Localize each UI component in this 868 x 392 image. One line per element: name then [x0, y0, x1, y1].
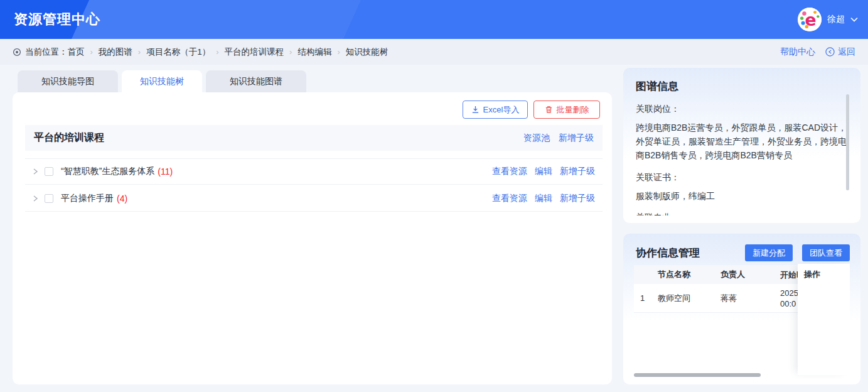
graph-info-title: 图谱信息 — [636, 79, 848, 94]
excel-import-button[interactable]: Excel导入 — [463, 101, 528, 119]
help-center-link[interactable]: 帮助中心 — [780, 46, 815, 58]
resource-management-page: 资源管理中心 e 徐超 — [0, 0, 868, 392]
node-count: (4) — [117, 193, 127, 204]
header-light-stripe — [0, 0, 868, 39]
breadcrumb: 当前位置： 首页 › 我的图谱 › 项目名称（于1） › 平台的培训课程 › 结… — [0, 39, 868, 65]
skill-tree-panel: Excel导入 批量删除 平台的培训课程 资源池 新增子级 “智慧职教”生态服务… — [13, 92, 612, 384]
breadcrumb-separator: › — [216, 47, 218, 57]
tree-row: “智慧职教”生态服务体系 (11) 查看资源 编辑 新增子级 — [25, 158, 603, 185]
tree-title: 平台的培训课程 — [34, 131, 104, 144]
view-resource-link[interactable]: 查看资源 — [492, 166, 527, 177]
related-posts-text: 跨境电商B2B运营专员，外贸跟单员，服装CAD设计，外贸单证员，服装智造生产管理… — [636, 121, 848, 162]
view-resource-link[interactable]: 查看资源 — [492, 193, 527, 204]
breadcrumb-separator: › — [337, 47, 340, 57]
graph-info-panel: 图谱信息 关联岗位： 跨境电商B2B运营专员，外贸跟单员，服装CAD设计，外贸单… — [623, 68, 860, 223]
related-certs-text: 服装制版师，纬编工 — [636, 189, 848, 203]
breadcrumb-item-project[interactable]: 项目名称（于1） — [146, 46, 210, 58]
row-checkbox[interactable] — [45, 194, 53, 203]
team-view-button[interactable]: 团队查看 — [802, 244, 850, 261]
tab-skill-mindmap[interactable]: 知识技能导图 — [18, 70, 118, 92]
node-name: “智慧职教”生态服务体系 — [61, 166, 154, 177]
trash-icon — [545, 106, 553, 114]
back-arrow-icon — [825, 47, 835, 57]
add-child-link[interactable]: 新增子级 — [560, 193, 595, 204]
location-icon — [13, 48, 21, 57]
breadcrumb-item-course[interactable]: 平台的培训课程 — [225, 46, 284, 58]
download-icon — [471, 106, 480, 114]
collaboration-panel: 协作信息管理 新建分配 团队查看 节点名称 负责人 开始时间 1 教师空间 蒋蒋… — [623, 234, 860, 384]
breadcrumb-item-structure-edit[interactable]: 结构编辑 — [297, 46, 331, 58]
breadcrumb-item-home[interactable]: 首页 — [68, 46, 85, 58]
edit-link[interactable]: 编辑 — [535, 166, 552, 177]
breadcrumb-item-skill-tree: 知识技能树 — [346, 46, 388, 58]
edit-link[interactable]: 编辑 — [535, 193, 552, 204]
owner-column-header: 负责人 — [721, 269, 780, 280]
batch-delete-label: 批量删除 — [557, 104, 589, 116]
node-count: (11) — [158, 166, 173, 177]
action-column-header: 操作 — [798, 264, 850, 284]
vertical-scrollbar[interactable] — [846, 94, 849, 190]
collaboration-title: 协作信息管理 — [636, 246, 700, 260]
user-name[interactable]: 徐超 — [827, 14, 845, 25]
horizontal-scrollbar[interactable] — [634, 373, 761, 377]
collaboration-table: 节点名称 负责人 开始时间 1 教师空间 蒋蒋 2025 00:0 操作 — [634, 265, 850, 376]
breadcrumb-separator: › — [289, 47, 292, 57]
row-checkbox[interactable] — [45, 167, 53, 176]
breadcrumb-separator: › — [138, 47, 141, 57]
breadcrumb-item-my-graphs[interactable]: 我的图谱 — [99, 46, 132, 58]
start-column-header: 开始时间 — [780, 270, 798, 280]
breadcrumb-label: 当前位置： — [25, 46, 68, 58]
start-date: 2025 — [780, 288, 798, 298]
back-button[interactable]: 返回 — [825, 46, 855, 58]
row-owner: 蒋蒋 — [721, 293, 780, 304]
back-label: 返回 — [838, 46, 855, 58]
icve-logo-icon: e — [798, 8, 822, 31]
tree-row: 平台操作手册 (4) 查看资源 编辑 新增子级 — [25, 185, 603, 212]
page-title: 资源管理中心 — [14, 0, 100, 39]
row-start-time: 2025 00:0 — [780, 288, 798, 309]
app-header: 资源管理中心 e 徐超 — [0, 0, 868, 39]
expand-chevron-icon[interactable] — [33, 195, 38, 202]
node-name: 平台操作手册 — [61, 193, 114, 204]
table-header-row: 节点名称 负责人 开始时间 — [634, 265, 798, 284]
new-assignment-button[interactable]: 新建分配 — [745, 244, 793, 261]
add-child-link[interactable]: 新增子级 — [560, 166, 595, 177]
clipped-label: 关联专业： — [636, 212, 848, 215]
expand-chevron-icon[interactable] — [33, 168, 38, 175]
svg-text:e: e — [805, 10, 816, 30]
resource-pool-link[interactable]: 资源池 — [523, 133, 550, 144]
add-child-link[interactable]: 新增子级 — [559, 133, 594, 144]
tab-skill-tree[interactable]: 知识技能树 — [122, 70, 202, 92]
breadcrumb-separator: › — [90, 47, 93, 57]
row-node-name: 教师空间 — [658, 293, 721, 304]
row-index: 1 — [634, 293, 658, 303]
user-avatar[interactable]: e — [798, 8, 822, 31]
user-menu[interactable]: e 徐超 — [798, 0, 858, 39]
table-row[interactable]: 1 教师空间 蒋蒋 2025 00:0 — [634, 284, 798, 313]
tree-section-header: 平台的培训课程 资源池 新增子级 — [25, 125, 603, 151]
fixed-action-column: 操作 — [798, 264, 850, 375]
batch-delete-button[interactable]: 批量删除 — [533, 101, 600, 119]
related-posts-label: 关联岗位： — [636, 104, 848, 115]
start-time: 00:0 — [780, 299, 796, 308]
tab-skill-graph[interactable]: 知识技能图谱 — [206, 70, 306, 92]
related-certs-label: 关联证书： — [636, 172, 848, 183]
node-column-header: 节点名称 — [658, 269, 721, 280]
chevron-down-icon[interactable] — [850, 17, 858, 22]
excel-import-label: Excel导入 — [483, 104, 520, 116]
